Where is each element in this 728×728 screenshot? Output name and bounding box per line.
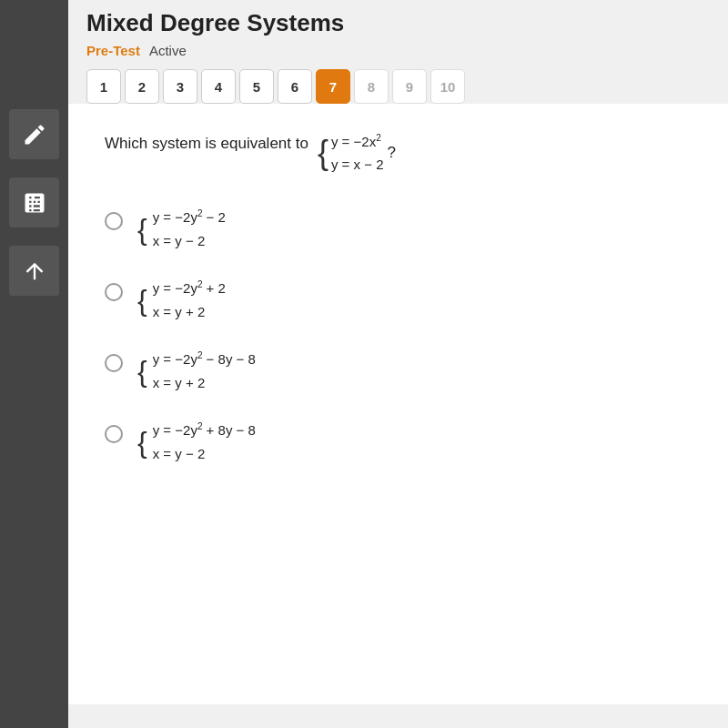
tab-6[interactable]: 6: [278, 69, 312, 104]
answer-options: { y = −2y2 − 2 x = y − 2 { y = −2y2 + 2 …: [105, 207, 692, 465]
sidebar: [0, 0, 68, 728]
tab-8[interactable]: 8: [354, 69, 389, 104]
radio-b[interactable]: [105, 283, 123, 301]
question-tabs: 1 2 3 4 5 6 7 8 9 10: [86, 69, 710, 104]
main-content: Mixed Degree Systems Pre-Test Active 1 2…: [68, 0, 728, 728]
option-b-eq1: y = −2y2 + 2: [153, 278, 226, 299]
option-d-system: { y = −2y2 + 8y − 8 x = y − 2: [137, 420, 256, 465]
tab-3[interactable]: 3: [163, 69, 197, 104]
pencil-tool-button[interactable]: [9, 109, 59, 159]
question-prompt: Which system is equivalent to: [105, 131, 308, 156]
option-c-eq2: x = y + 2: [153, 372, 256, 394]
tab-1[interactable]: 1: [86, 69, 121, 104]
tab-7[interactable]: 7: [316, 69, 350, 104]
breadcrumb-active: Active: [149, 43, 187, 58]
tab-4[interactable]: 4: [201, 69, 236, 104]
option-d: { y = −2y2 + 8y − 8 x = y − 2: [105, 420, 692, 465]
question-mark: ?: [388, 144, 396, 162]
brace-c-icon: {: [137, 357, 147, 386]
brace-d-icon: {: [137, 428, 147, 457]
question-text: Which system is equivalent to { y = −2x2…: [105, 131, 692, 175]
option-d-eq2: x = y − 2: [153, 443, 256, 465]
tab-2[interactable]: 2: [125, 69, 159, 104]
option-a-system: { y = −2y2 − 2 x = y − 2: [137, 207, 226, 252]
option-a-eq1: y = −2y2 − 2: [153, 207, 226, 228]
option-b-eq2: x = y + 2: [153, 301, 226, 323]
breadcrumb: Pre-Test Active: [86, 43, 710, 58]
brace-a-icon: {: [137, 215, 147, 244]
option-b: { y = −2y2 + 2 x = y + 2: [105, 278, 692, 323]
header: Mixed Degree Systems Pre-Test Active 1 2…: [68, 0, 728, 104]
tab-10[interactable]: 10: [430, 69, 465, 104]
option-c-system: { y = −2y2 − 8y − 8 x = y + 2: [137, 349, 256, 394]
radio-c[interactable]: [105, 354, 123, 372]
page-title: Mixed Degree Systems: [86, 9, 710, 37]
question-eq1: y = −2x2: [331, 131, 384, 153]
tab-5[interactable]: 5: [239, 69, 274, 104]
radio-a[interactable]: [105, 212, 123, 230]
navigate-up-button[interactable]: [9, 246, 59, 296]
question-eq2: y = x − 2: [331, 155, 384, 176]
option-a: { y = −2y2 − 2 x = y − 2: [105, 207, 692, 252]
question-area: Which system is equivalent to { y = −2x2…: [68, 104, 728, 704]
breadcrumb-pretest[interactable]: Pre-Test: [86, 43, 140, 58]
radio-d[interactable]: [105, 425, 123, 443]
option-a-eq2: x = y − 2: [153, 230, 226, 252]
option-c: { y = −2y2 − 8y − 8 x = y + 2: [105, 349, 692, 394]
option-b-system: { y = −2y2 + 2 x = y + 2: [137, 278, 226, 323]
tab-9[interactable]: 9: [392, 69, 427, 104]
option-c-eq1: y = −2y2 − 8y − 8: [153, 349, 256, 370]
brace-left-icon: {: [318, 136, 329, 169]
option-d-eq1: y = −2y2 + 8y − 8: [153, 420, 256, 441]
question-system: { y = −2x2 y = x − 2 ?: [318, 131, 396, 175]
calculator-button[interactable]: [9, 177, 59, 228]
brace-b-icon: {: [137, 286, 147, 315]
